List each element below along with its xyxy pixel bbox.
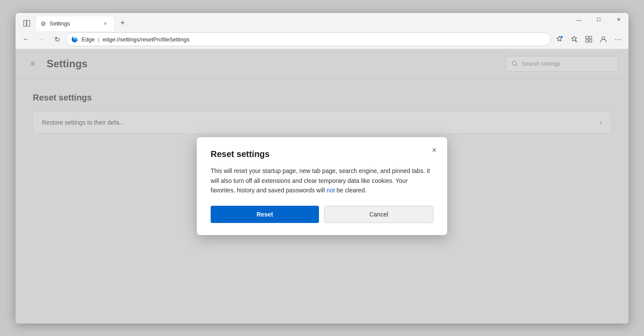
tab-close-button[interactable]: × (101, 19, 110, 28)
more-options-button[interactable]: ⋯ (611, 32, 625, 46)
profile-button[interactable] (597, 32, 610, 46)
favorites-star-button[interactable] (552, 32, 566, 46)
tab-settings-icon: ⚙ (41, 20, 46, 27)
dialog-actions: Reset Cancel (211, 206, 433, 223)
svg-rect-5 (586, 36, 588, 39)
window-controls: — ☐ ✕ (569, 13, 628, 27)
address-separator: | (98, 36, 101, 43)
toolbar-right-buttons: ⋯ (552, 32, 625, 46)
dialog-body: This will reset your startup page, new t… (211, 166, 433, 195)
svg-point-2 (560, 36, 563, 38)
reset-button[interactable]: Reset (211, 206, 319, 223)
tab-strip: ⚙ Settings × + (19, 13, 129, 30)
more-icon: ⋯ (615, 35, 622, 44)
dialog-body-end: be cleared. (335, 187, 366, 194)
address-brand: Edge (82, 36, 95, 43)
sidebar-toggle-button[interactable] (19, 16, 35, 30)
address-text: Edge | edge://settings/resetProfileSetti… (82, 36, 545, 43)
dialog-body-text: This will reset your startup page, new t… (211, 167, 430, 194)
svg-rect-6 (589, 36, 592, 39)
browser-toolbar: ← → ↻ Edge | edge://settings/resetProfil… (16, 30, 628, 49)
dialog-overlay: × Reset settings This will reset your st… (16, 49, 628, 323)
address-bar[interactable]: Edge | edge://settings/resetProfileSetti… (66, 32, 551, 46)
back-button[interactable]: ← (19, 32, 33, 46)
forward-button[interactable]: → (35, 32, 48, 46)
favorites-list-button[interactable] (567, 32, 581, 46)
svg-rect-7 (586, 40, 588, 42)
dialog-title: Reset settings (211, 149, 433, 159)
new-tab-button[interactable]: + (116, 16, 129, 30)
dialog-not-link[interactable]: not (326, 187, 335, 194)
svg-rect-8 (589, 40, 592, 42)
reload-button[interactable]: ↻ (50, 32, 64, 46)
svg-rect-0 (24, 20, 26, 26)
settings-page: ≡ Settings Reset settings Restore settin… (16, 49, 628, 323)
minimize-button[interactable]: — (569, 13, 589, 27)
edge-logo-icon (71, 36, 78, 43)
reset-settings-dialog: × Reset settings This will reset your st… (197, 137, 447, 235)
active-tab[interactable]: ⚙ Settings × (36, 16, 114, 31)
cancel-button[interactable]: Cancel (324, 206, 433, 223)
maximize-button[interactable]: ☐ (589, 13, 609, 27)
svg-rect-1 (27, 20, 30, 26)
close-button[interactable]: ✕ (609, 13, 628, 27)
address-url: edge://settings/resetProfileSettings (103, 36, 189, 43)
tab-title: Settings (50, 20, 98, 27)
browser-window: ⚙ Settings × + — ☐ ✕ ← → ↻ Edge (16, 13, 628, 323)
title-bar: ⚙ Settings × + — ☐ ✕ (16, 13, 628, 30)
collections-button[interactable] (582, 32, 596, 46)
dialog-close-button[interactable]: × (428, 144, 440, 156)
